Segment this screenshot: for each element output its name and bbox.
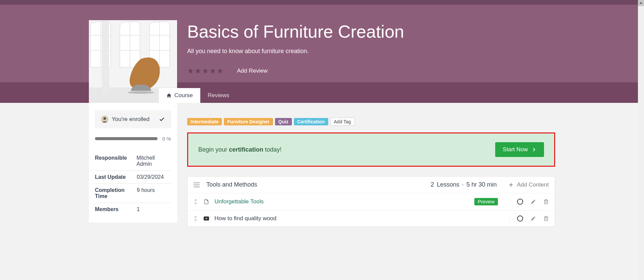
- info-row-completion: Completion Time 9 hours: [95, 184, 171, 203]
- star-icon: [217, 68, 224, 74]
- sidebar: You're enrolled 0 % Responsible Mitchell…: [89, 103, 177, 223]
- tags-row: Intermediate Furniture Designer Quiz Cer…: [187, 118, 555, 126]
- info-label: Responsible: [95, 155, 137, 167]
- separator: ·: [462, 181, 464, 188]
- cert-prefix: Begin your: [198, 146, 229, 153]
- tag-certification[interactable]: Certification: [294, 118, 328, 125]
- certification-banner: Begin your certification today! Start No…: [187, 132, 555, 167]
- start-now-button[interactable]: Start Now: [495, 142, 544, 157]
- star-icon: [195, 68, 201, 74]
- star-icon: [209, 68, 216, 74]
- course-subtitle: All you need to know about furniture cre…: [187, 48, 555, 55]
- sort-handle-icon[interactable]: [194, 216, 198, 221]
- edit-icon[interactable]: [531, 199, 536, 204]
- home-icon: [166, 93, 172, 98]
- pdf-icon: [204, 199, 209, 205]
- completion-circle-icon[interactable]: [517, 199, 523, 205]
- svg-point-12: [128, 91, 155, 94]
- lessons-count: 2: [431, 181, 434, 188]
- trash-icon[interactable]: [543, 216, 549, 221]
- edit-icon[interactable]: [531, 216, 536, 221]
- info-row-last-update: Last Update 03/29/2024: [95, 170, 171, 184]
- lessons-table: Tools and Methods 2 Lessons · 5 hr 30 mi…: [187, 176, 555, 227]
- svg-rect-15: [103, 119, 106, 119]
- tab-reviews[interactable]: Reviews: [200, 88, 237, 103]
- lesson-row: Unforgettable Tools Preview: [188, 193, 555, 210]
- avatar-icon: [101, 116, 108, 123]
- lesson-title-link[interactable]: How to find quality wood: [214, 215, 276, 222]
- preview-badge[interactable]: Preview: [474, 198, 498, 205]
- add-content-label: Add Content: [517, 182, 549, 188]
- video-icon: [204, 216, 209, 221]
- progress-row: 0 %: [89, 136, 177, 142]
- plus-icon: [509, 183, 513, 187]
- hamburger-icon[interactable]: [194, 183, 200, 187]
- tab-label: Course: [174, 92, 193, 99]
- top-strip: [0, 0, 644, 5]
- scrollbar[interactable]: [638, 0, 644, 230]
- hero-banner: Basics of Furniture Creation All you nee…: [0, 0, 644, 103]
- info-row-responsible: Responsible Mitchell Admin: [95, 152, 171, 170]
- enrolled-box: You're enrolled: [95, 110, 171, 128]
- star-icon: [202, 68, 209, 74]
- tabs: Course Reviews: [159, 88, 237, 103]
- info-label: Last Update: [95, 174, 137, 180]
- enrolled-text: You're enrolled: [112, 116, 149, 123]
- section-header: Tools and Methods 2 Lessons · 5 hr 30 mi…: [188, 176, 555, 193]
- tag-intermediate[interactable]: Intermediate: [187, 118, 222, 125]
- info-value: 1: [137, 206, 140, 212]
- svg-rect-11: [102, 20, 109, 94]
- completion-circle-icon[interactable]: [517, 215, 523, 222]
- add-tag-button[interactable]: Add Tag: [330, 118, 355, 126]
- tab-label: Reviews: [208, 92, 229, 99]
- info-value: 9 hours: [137, 187, 155, 199]
- lessons-label: Lessons: [437, 181, 459, 188]
- course-title: Basics of Furniture Creation: [187, 22, 555, 42]
- chevron-right-icon: [531, 147, 537, 152]
- sort-handle-icon[interactable]: [194, 199, 198, 204]
- section-meta: 2 Lessons · 5 hr 30 min Add Content: [431, 181, 549, 188]
- info-value: 03/29/2024: [137, 174, 164, 180]
- tag-quiz[interactable]: Quiz: [275, 118, 292, 125]
- info-value: Mitchell Admin: [137, 155, 171, 167]
- rating-stars[interactable]: [187, 68, 224, 74]
- add-content-button[interactable]: Add Content: [509, 182, 549, 188]
- progress-percent: 0 %: [162, 136, 171, 142]
- info-label: Completion Time: [95, 187, 137, 199]
- action-cell: [509, 215, 549, 222]
- section-duration: 5 hr 30 min: [466, 181, 497, 188]
- action-cell: [509, 199, 549, 205]
- content: Intermediate Furniture Designer Quiz Cer…: [187, 103, 555, 230]
- scroll-up-arrow-icon[interactable]: [638, 0, 644, 6]
- start-now-label: Start Now: [503, 146, 528, 153]
- info-label: Members: [95, 206, 137, 212]
- cert-bold: certification: [229, 146, 263, 153]
- trash-icon[interactable]: [543, 199, 549, 204]
- cert-suffix: today!: [263, 146, 281, 153]
- check-icon: [159, 116, 165, 122]
- lesson-title-link[interactable]: Unforgettable Tools: [214, 198, 264, 205]
- add-review-link[interactable]: Add Review: [237, 68, 268, 74]
- progress-bar: [95, 137, 158, 140]
- section-title: Tools and Methods: [206, 181, 257, 188]
- tab-course[interactable]: Course: [159, 88, 200, 103]
- lesson-row: How to find quality wood: [188, 210, 555, 227]
- certification-text: Begin your certification today!: [198, 146, 281, 153]
- info-table: Responsible Mitchell Admin Last Update 0…: [89, 152, 177, 216]
- star-icon: [187, 68, 194, 74]
- info-row-members: Members 1: [95, 203, 171, 216]
- tag-designer[interactable]: Furniture Designer: [224, 118, 273, 125]
